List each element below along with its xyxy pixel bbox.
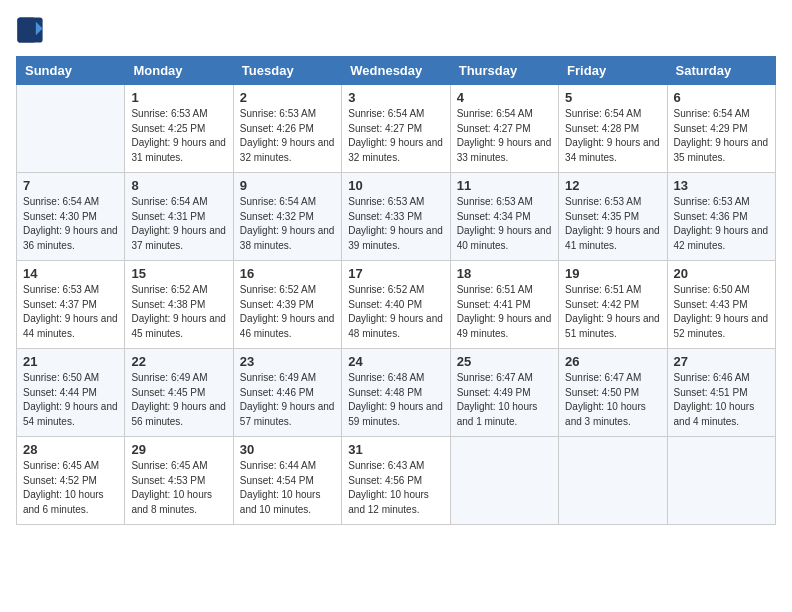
daylight-text: Daylight: 10 hours and 3 minutes. xyxy=(565,401,646,427)
calendar-cell xyxy=(559,437,667,525)
weekday-header-thursday: Thursday xyxy=(450,57,558,85)
sunset-text: Sunset: 4:51 PM xyxy=(674,387,748,398)
sunset-text: Sunset: 4:40 PM xyxy=(348,299,422,310)
day-number: 13 xyxy=(674,178,769,193)
sunrise-text: Sunrise: 6:52 AM xyxy=(348,284,424,295)
calendar-cell: 17 Sunrise: 6:52 AM Sunset: 4:40 PM Dayl… xyxy=(342,261,450,349)
daylight-text: Daylight: 9 hours and 42 minutes. xyxy=(674,225,769,251)
cell-info: Sunrise: 6:51 AM Sunset: 4:42 PM Dayligh… xyxy=(565,283,660,341)
day-number: 2 xyxy=(240,90,335,105)
sunrise-text: Sunrise: 6:48 AM xyxy=(348,372,424,383)
calendar-cell: 13 Sunrise: 6:53 AM Sunset: 4:36 PM Dayl… xyxy=(667,173,775,261)
calendar-cell: 26 Sunrise: 6:47 AM Sunset: 4:50 PM Dayl… xyxy=(559,349,667,437)
sunset-text: Sunset: 4:25 PM xyxy=(131,123,205,134)
cell-info: Sunrise: 6:54 AM Sunset: 4:28 PM Dayligh… xyxy=(565,107,660,165)
daylight-text: Daylight: 10 hours and 12 minutes. xyxy=(348,489,429,515)
cell-info: Sunrise: 6:51 AM Sunset: 4:41 PM Dayligh… xyxy=(457,283,552,341)
cell-info: Sunrise: 6:48 AM Sunset: 4:48 PM Dayligh… xyxy=(348,371,443,429)
sunset-text: Sunset: 4:56 PM xyxy=(348,475,422,486)
calendar-cell: 6 Sunrise: 6:54 AM Sunset: 4:29 PM Dayli… xyxy=(667,85,775,173)
sunrise-text: Sunrise: 6:52 AM xyxy=(131,284,207,295)
sunset-text: Sunset: 4:42 PM xyxy=(565,299,639,310)
daylight-text: Daylight: 9 hours and 48 minutes. xyxy=(348,313,443,339)
daylight-text: Daylight: 9 hours and 33 minutes. xyxy=(457,137,552,163)
sunset-text: Sunset: 4:54 PM xyxy=(240,475,314,486)
calendar-cell: 5 Sunrise: 6:54 AM Sunset: 4:28 PM Dayli… xyxy=(559,85,667,173)
sunset-text: Sunset: 4:30 PM xyxy=(23,211,97,222)
daylight-text: Daylight: 9 hours and 56 minutes. xyxy=(131,401,226,427)
calendar-week-row: 14 Sunrise: 6:53 AM Sunset: 4:37 PM Dayl… xyxy=(17,261,776,349)
day-number: 17 xyxy=(348,266,443,281)
day-number: 1 xyxy=(131,90,226,105)
calendar-cell: 25 Sunrise: 6:47 AM Sunset: 4:49 PM Dayl… xyxy=(450,349,558,437)
daylight-text: Daylight: 9 hours and 40 minutes. xyxy=(457,225,552,251)
svg-rect-2 xyxy=(17,17,35,42)
sunset-text: Sunset: 4:33 PM xyxy=(348,211,422,222)
calendar-cell: 16 Sunrise: 6:52 AM Sunset: 4:39 PM Dayl… xyxy=(233,261,341,349)
sunset-text: Sunset: 4:46 PM xyxy=(240,387,314,398)
calendar-cell: 30 Sunrise: 6:44 AM Sunset: 4:54 PM Dayl… xyxy=(233,437,341,525)
day-number: 5 xyxy=(565,90,660,105)
cell-info: Sunrise: 6:54 AM Sunset: 4:29 PM Dayligh… xyxy=(674,107,769,165)
sunrise-text: Sunrise: 6:50 AM xyxy=(674,284,750,295)
cell-info: Sunrise: 6:45 AM Sunset: 4:52 PM Dayligh… xyxy=(23,459,118,517)
cell-info: Sunrise: 6:53 AM Sunset: 4:33 PM Dayligh… xyxy=(348,195,443,253)
sunrise-text: Sunrise: 6:46 AM xyxy=(674,372,750,383)
weekday-header-monday: Monday xyxy=(125,57,233,85)
logo-icon xyxy=(16,16,44,44)
cell-info: Sunrise: 6:44 AM Sunset: 4:54 PM Dayligh… xyxy=(240,459,335,517)
daylight-text: Daylight: 9 hours and 39 minutes. xyxy=(348,225,443,251)
sunset-text: Sunset: 4:31 PM xyxy=(131,211,205,222)
sunrise-text: Sunrise: 6:53 AM xyxy=(457,196,533,207)
day-number: 26 xyxy=(565,354,660,369)
daylight-text: Daylight: 9 hours and 59 minutes. xyxy=(348,401,443,427)
sunrise-text: Sunrise: 6:53 AM xyxy=(348,196,424,207)
cell-info: Sunrise: 6:54 AM Sunset: 4:27 PM Dayligh… xyxy=(348,107,443,165)
sunrise-text: Sunrise: 6:47 AM xyxy=(565,372,641,383)
sunrise-text: Sunrise: 6:49 AM xyxy=(131,372,207,383)
day-number: 14 xyxy=(23,266,118,281)
calendar-cell: 9 Sunrise: 6:54 AM Sunset: 4:32 PM Dayli… xyxy=(233,173,341,261)
sunset-text: Sunset: 4:28 PM xyxy=(565,123,639,134)
cell-info: Sunrise: 6:53 AM Sunset: 4:35 PM Dayligh… xyxy=(565,195,660,253)
calendar-week-row: 7 Sunrise: 6:54 AM Sunset: 4:30 PM Dayli… xyxy=(17,173,776,261)
cell-info: Sunrise: 6:43 AM Sunset: 4:56 PM Dayligh… xyxy=(348,459,443,517)
daylight-text: Daylight: 10 hours and 8 minutes. xyxy=(131,489,212,515)
sunrise-text: Sunrise: 6:54 AM xyxy=(240,196,316,207)
calendar-cell: 2 Sunrise: 6:53 AM Sunset: 4:26 PM Dayli… xyxy=(233,85,341,173)
sunrise-text: Sunrise: 6:47 AM xyxy=(457,372,533,383)
day-number: 10 xyxy=(348,178,443,193)
cell-info: Sunrise: 6:54 AM Sunset: 4:27 PM Dayligh… xyxy=(457,107,552,165)
sunrise-text: Sunrise: 6:52 AM xyxy=(240,284,316,295)
day-number: 8 xyxy=(131,178,226,193)
calendar-cell: 31 Sunrise: 6:43 AM Sunset: 4:56 PM Dayl… xyxy=(342,437,450,525)
calendar-cell: 4 Sunrise: 6:54 AM Sunset: 4:27 PM Dayli… xyxy=(450,85,558,173)
daylight-text: Daylight: 9 hours and 41 minutes. xyxy=(565,225,660,251)
sunset-text: Sunset: 4:38 PM xyxy=(131,299,205,310)
sunset-text: Sunset: 4:35 PM xyxy=(565,211,639,222)
day-number: 15 xyxy=(131,266,226,281)
calendar-cell: 10 Sunrise: 6:53 AM Sunset: 4:33 PM Dayl… xyxy=(342,173,450,261)
day-number: 24 xyxy=(348,354,443,369)
calendar-cell: 11 Sunrise: 6:53 AM Sunset: 4:34 PM Dayl… xyxy=(450,173,558,261)
cell-info: Sunrise: 6:47 AM Sunset: 4:50 PM Dayligh… xyxy=(565,371,660,429)
day-number: 7 xyxy=(23,178,118,193)
day-number: 19 xyxy=(565,266,660,281)
sunset-text: Sunset: 4:39 PM xyxy=(240,299,314,310)
sunset-text: Sunset: 4:37 PM xyxy=(23,299,97,310)
day-number: 23 xyxy=(240,354,335,369)
sunset-text: Sunset: 4:52 PM xyxy=(23,475,97,486)
calendar-week-row: 21 Sunrise: 6:50 AM Sunset: 4:44 PM Dayl… xyxy=(17,349,776,437)
daylight-text: Daylight: 9 hours and 57 minutes. xyxy=(240,401,335,427)
sunrise-text: Sunrise: 6:43 AM xyxy=(348,460,424,471)
day-number: 11 xyxy=(457,178,552,193)
calendar-cell xyxy=(667,437,775,525)
calendar-week-row: 1 Sunrise: 6:53 AM Sunset: 4:25 PM Dayli… xyxy=(17,85,776,173)
weekday-header-wednesday: Wednesday xyxy=(342,57,450,85)
day-number: 22 xyxy=(131,354,226,369)
sunset-text: Sunset: 4:32 PM xyxy=(240,211,314,222)
day-number: 28 xyxy=(23,442,118,457)
daylight-text: Daylight: 9 hours and 32 minutes. xyxy=(240,137,335,163)
daylight-text: Daylight: 9 hours and 34 minutes. xyxy=(565,137,660,163)
sunrise-text: Sunrise: 6:54 AM xyxy=(348,108,424,119)
